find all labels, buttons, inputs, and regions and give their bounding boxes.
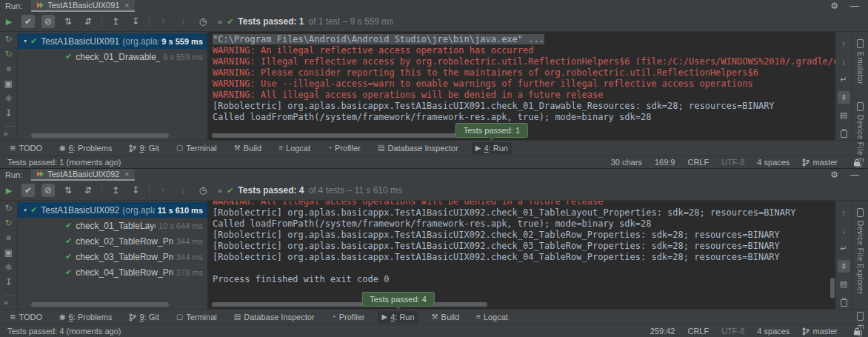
horizontal-scrollbar[interactable] [31, 133, 169, 138]
chevron-down-icon[interactable]: ▾ [20, 38, 30, 44]
toolwindow-profiler[interactable]: ◔ Profiler [324, 142, 364, 154]
test-tree-row[interactable]: ✔ check_03_TableRow_Properties 344 ms [18, 249, 207, 264]
toolbar-separator[interactable] [149, 16, 150, 27]
scroll-up-button[interactable]: ↑ [838, 207, 850, 219]
print-button[interactable]: ▤ [838, 109, 850, 121]
collapse-all-button[interactable]: ↧ [129, 15, 142, 28]
toolwindow-build[interactable]: ⚒ Build [230, 142, 265, 154]
test-tree-row[interactable]: ✔ check_01_TableLayout_Properties 10 s 6… [18, 218, 207, 233]
status-item[interactable]: 30 chars [611, 158, 642, 167]
test-history-button[interactable]: ◷ [196, 15, 210, 28]
status-item[interactable]: master [802, 327, 838, 336]
test-tree-row[interactable]: ▾ ✔ TestA1BasicUIX092(org.aplas.basica 1… [18, 202, 207, 218]
rerun-button[interactable]: ↻ [4, 204, 12, 213]
toolwindow-profiler[interactable]: ◔ Profiler [328, 311, 369, 323]
expand-all-button[interactable]: ↥ [109, 184, 122, 197]
next-failed-test-button[interactable]: ↓ [176, 184, 190, 197]
print-button[interactable]: ▤ [838, 278, 850, 290]
gear-icon[interactable]: ⚙ [830, 1, 838, 11]
test-history-button[interactable]: ◷ [196, 184, 210, 197]
soft-wrap-toggle[interactable]: ↵ [838, 242, 850, 255]
more-actions-chevron[interactable]: » [218, 186, 222, 195]
vertical-scrollbar[interactable] [830, 278, 835, 298]
import-test-results-button[interactable]: ↧ [4, 109, 12, 118]
stripe-device-file-explorer[interactable]: Device File Explorer [856, 208, 864, 294]
stripe-emulator[interactable]: Emulator [856, 312, 864, 337]
toolwindow-todo[interactable]: ≣ TODO [6, 311, 46, 323]
gutter-more-chevron[interactable]: » [0, 297, 8, 309]
status-item[interactable]: CRLF [687, 327, 709, 336]
screenshot-button[interactable]: ▣ [4, 79, 13, 88]
test-tree-row[interactable]: ✔ check_01_Drawable_Resources 9 s 559 ms [18, 49, 207, 64]
toolwindow-git[interactable]: 9: Git [125, 311, 162, 323]
test-settings-button[interactable]: ✱ [4, 263, 12, 272]
gear-icon[interactable]: ⚙ [830, 170, 838, 180]
toolwindow-terminal[interactable]: ▢ Terminal [173, 142, 221, 154]
toolbar-separator[interactable] [101, 185, 102, 196]
status-item[interactable]: 259:42 [650, 327, 675, 336]
toolwindow-run[interactable]: ▶ 4: Run Tests passed: 4 [378, 311, 418, 323]
test-settings-button[interactable]: ✱ [4, 94, 12, 103]
sort-alphabetically-button[interactable]: ⇅ [61, 15, 75, 28]
status-item[interactable]: 169:9 [655, 158, 675, 167]
show-passed-toggle[interactable]: ✔ [21, 15, 35, 28]
sort-by-duration-button[interactable]: ⇵ [81, 15, 95, 28]
clear-all-button[interactable] [838, 127, 850, 139]
minimize-icon[interactable]: — [850, 1, 859, 11]
test-tree-row[interactable]: ▾ ✔ TestA1BasicUIX091(org.aplas.basica 9… [18, 33, 207, 49]
expand-all-button[interactable]: ↥ [109, 15, 122, 28]
stop-button[interactable]: ■ [6, 233, 11, 242]
horizontal-scrollbar[interactable] [31, 302, 169, 307]
rerun-failed-tests-button[interactable]: ↻ [4, 50, 12, 59]
horizontal-scrollbar[interactable] [212, 302, 487, 307]
status-item[interactable]: UTF-8 [721, 327, 744, 336]
sort-by-duration-button[interactable]: ⇵ [81, 184, 95, 197]
previous-failed-test-button[interactable]: ↑ [156, 184, 170, 197]
toolwindow-run[interactable]: ▶ 4: Run Tests passed: 1 [472, 142, 512, 154]
rerun-failed-tests-button[interactable]: ↻ [4, 218, 12, 227]
toolbar-separator[interactable] [149, 185, 150, 196]
toolwindow-git[interactable]: 9: Git [125, 142, 162, 154]
horizontal-scrollbar[interactable] [212, 133, 487, 138]
toolwindow-problems[interactable]: ◉ 6: Problems [56, 142, 116, 154]
more-actions-chevron[interactable]: » [218, 17, 222, 26]
status-item[interactable]: master [802, 158, 838, 167]
status-item[interactable]: 4 spaces [757, 327, 789, 336]
scroll-down-button[interactable]: ↓ [838, 224, 850, 237]
minimize-icon[interactable]: — [850, 170, 859, 180]
import-test-results-button[interactable]: ↧ [4, 278, 12, 287]
toolwindow-database-inspector[interactable]: ▤ Database Inspector [374, 142, 462, 154]
scroll-down-button[interactable]: ↓ [838, 56, 850, 68]
show-ignored-toggle[interactable]: ⊘ [41, 15, 55, 28]
scroll-to-end-toggle[interactable]: ⇟ [838, 260, 850, 273]
run-play-icon[interactable]: ▶ [0, 17, 18, 27]
toolwindow-todo[interactable]: ≣ TODO [6, 142, 46, 154]
toolwindow-problems[interactable]: ◉ 6: Problems [56, 311, 116, 323]
toolwindow-logcat[interactable]: ≡ Logcat [473, 311, 512, 323]
close-icon[interactable]: × [124, 1, 129, 10]
scroll-up-button[interactable]: ↑ [838, 38, 850, 50]
show-passed-toggle[interactable]: ✔ [21, 184, 35, 197]
status-item[interactable]: CRLF [687, 158, 709, 167]
run-tab[interactable]: TestA1BasicUIX091 × [31, 0, 135, 12]
status-item[interactable]: 4 spaces [757, 158, 789, 167]
rerun-button[interactable]: ↻ [4, 35, 12, 44]
status-item[interactable]: UTF-8 [721, 158, 744, 167]
toolwindow-database-inspector[interactable]: ▤ Database Inspector [230, 311, 318, 323]
run-play-icon[interactable]: ▶ [0, 186, 18, 196]
stripe-emulator[interactable]: Emulator [856, 39, 864, 84]
soft-wrap-toggle[interactable]: ↵ [838, 73, 850, 86]
test-tree-row[interactable]: ✔ check_04_TableRow_Properties 278 ms [18, 264, 207, 280]
gutter-more-chevron[interactable]: » [0, 128, 8, 140]
collapse-all-button[interactable]: ↧ [129, 184, 142, 197]
chevron-down-icon[interactable]: ▾ [20, 207, 30, 213]
sort-alphabetically-button[interactable]: ⇅ [61, 184, 75, 197]
run-tab[interactable]: TestA1BasicUIX092 × [31, 169, 135, 181]
next-failed-test-button[interactable]: ↓ [176, 15, 190, 28]
scroll-to-end-toggle[interactable]: ⇟ [838, 91, 850, 104]
stop-button[interactable]: ■ [6, 64, 11, 73]
close-icon[interactable]: × [124, 170, 129, 178]
toolwindow-logcat[interactable]: ≡ Logcat [275, 142, 314, 154]
show-ignored-toggle[interactable]: ⊘ [41, 184, 55, 197]
toolwindow-terminal[interactable]: ▢ Terminal [173, 311, 221, 323]
